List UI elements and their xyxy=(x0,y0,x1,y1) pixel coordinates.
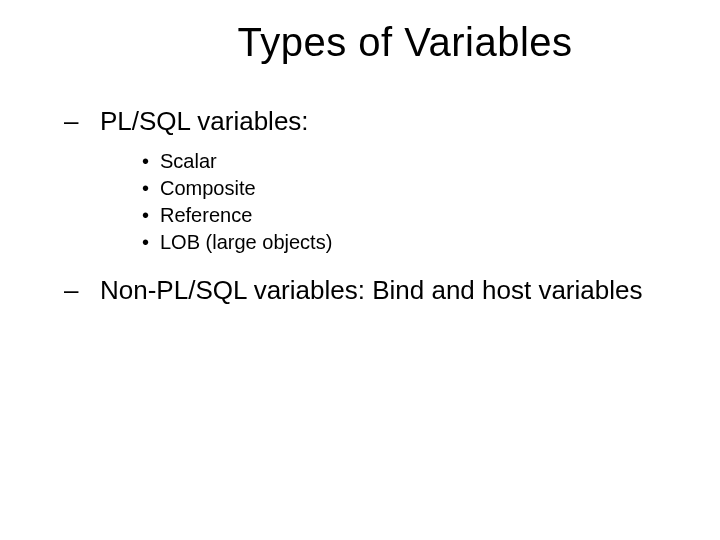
list-item-label: Reference xyxy=(160,204,252,226)
dash-icon: – xyxy=(82,274,100,307)
list-item-label: Scalar xyxy=(160,150,217,172)
plsql-sub-list: •Scalar •Composite •Reference •LOB (larg… xyxy=(142,148,660,256)
slide: Types of Variables –PL/SQL variables: •S… xyxy=(0,0,720,540)
list-item: •Reference xyxy=(142,202,660,229)
list-item: •Composite xyxy=(142,175,660,202)
list-item-label: Composite xyxy=(160,177,256,199)
bullet-icon: • xyxy=(142,175,160,202)
list-item-label: LOB (large objects) xyxy=(160,231,332,253)
dash-icon: – xyxy=(82,105,100,138)
section-plsql: –PL/SQL variables: xyxy=(82,105,660,138)
section-nonplsql: –Non-PL/SQL variables: Bind and host var… xyxy=(82,274,660,307)
bullet-icon: • xyxy=(142,202,160,229)
section-plsql-heading: PL/SQL variables: xyxy=(100,106,309,136)
section-nonplsql-heading: Non-PL/SQL variables: Bind and host vari… xyxy=(100,275,642,305)
list-item: •LOB (large objects) xyxy=(142,229,660,256)
bullet-icon: • xyxy=(142,229,160,256)
slide-title: Types of Variables xyxy=(150,20,660,65)
list-item: •Scalar xyxy=(142,148,660,175)
bullet-icon: • xyxy=(142,148,160,175)
